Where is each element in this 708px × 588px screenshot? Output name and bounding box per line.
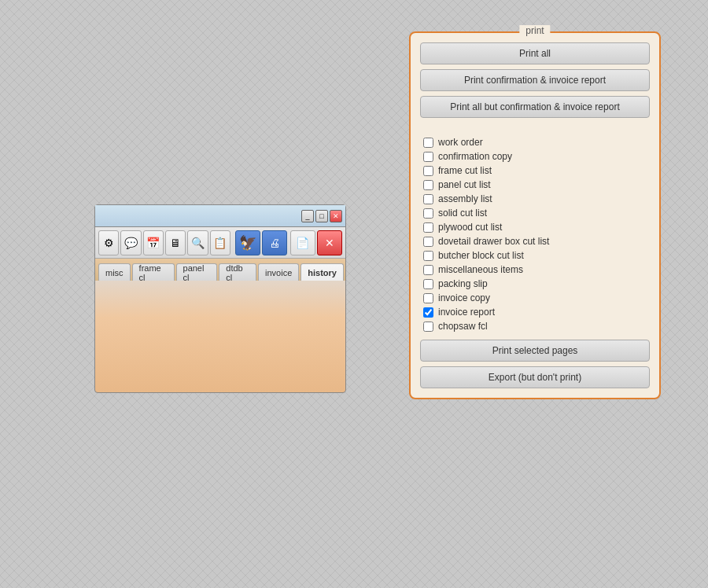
panel-footer: Print selected pages Export (but don't p… [420,340,650,388]
print-confirmation-button[interactable]: Print confirmation & invoice report [420,69,650,91]
label-plywood_cut_list: plywood cut list [438,222,502,233]
checkbox-dovetail_drawer[interactable] [423,237,433,247]
checkbox-item-butcher_block[interactable]: butcher block cut list [420,248,650,263]
calendar-button[interactable]: 📅 [143,230,164,255]
checkbox-panel_cut_list[interactable] [423,180,433,190]
checkbox-miscellaneous[interactable] [423,265,433,275]
minimize-button[interactable]: _ [301,210,314,222]
checkbox-item-panel_cut_list[interactable]: panel cut list [420,178,650,192]
checkbox-assembly_list[interactable] [423,194,433,204]
tab-panel-cl[interactable]: panel cl [176,263,218,281]
checkbox-item-miscellaneous[interactable]: miscellaneous items [420,263,650,277]
checkbox-item-invoice_copy[interactable]: invoice copy [420,291,650,305]
checkbox-plywood_cut_list[interactable] [423,222,433,233]
checkbox-frame_cut_list[interactable] [423,166,433,176]
label-butcher_block: butcher block cut list [438,250,524,261]
print-all-but-button[interactable]: Print all but confirmation & invoice rep… [420,96,650,118]
background-window: _ □ ✕ ⚙ 💬 📅 🖥 🔍 📋 🦅 🖨 📄 ✕ misc frame cl … [94,204,346,393]
label-miscellaneous: miscellaneous items [438,264,523,275]
label-assembly_list: assembly list [438,193,492,204]
export-button[interactable]: Export (but don't print) [420,366,650,388]
checkbox-invoice_copy[interactable] [423,293,433,303]
tab-dtdb-cl[interactable]: dtdb cl [219,263,256,281]
titlebar: _ □ ✕ [95,205,345,227]
label-frame_cut_list: frame cut list [438,165,492,176]
checkbox-item-frame_cut_list[interactable]: frame cut list [420,164,650,178]
label-work_order: work order [438,137,483,148]
checkbox-item-dovetail_drawer[interactable]: dovetail drawer box cut list [420,234,650,248]
maximize-button[interactable]: □ [315,210,328,222]
print-all-button[interactable]: Print all [420,42,650,64]
checkbox-invoice_report[interactable] [423,307,433,318]
label-chopsaw_fcl: chopsaw fcl [438,321,488,332]
label-dovetail_drawer: dovetail drawer box cut list [438,236,549,247]
label-invoice_report: invoice report [438,307,495,318]
label-packing_slip: packing slip [438,278,488,289]
delete-button[interactable]: ✕ [317,230,342,255]
checkbox-item-solid_cut_list[interactable]: solid cut list [420,206,650,220]
blue-print-button[interactable]: 🖨 [262,230,287,255]
toolbar: ⚙ 💬 📅 🖥 🔍 📋 🦅 🖨 📄 ✕ [95,227,345,259]
label-invoice_copy: invoice copy [438,292,490,303]
checkbox-item-plywood_cut_list[interactable]: plywood cut list [420,220,650,234]
label-solid_cut_list: solid cut list [438,208,487,219]
label-confirmation_copy: confirmation copy [438,151,512,162]
checkbox-item-chopsaw_fcl[interactable]: chopsaw fcl [420,319,650,333]
message-button[interactable]: 💬 [120,230,141,255]
checkbox-solid_cut_list[interactable] [423,208,433,219]
tab-history[interactable]: history [301,263,344,281]
tab-invoice[interactable]: invoice [258,263,299,281]
checkbox-confirmation_copy[interactable] [423,152,433,162]
checkbox-chopsaw_fcl[interactable] [423,322,433,332]
checkbox-list: work orderconfirmation copyframe cut lis… [420,135,650,333]
close-button[interactable]: ✕ [330,210,342,222]
doc-button[interactable]: 📄 [290,230,315,255]
panel-legend: print [519,25,550,36]
print-panel: print Print all Print confirmation & inv… [409,31,661,399]
clipboard-button[interactable]: 📋 [210,230,230,255]
settings-button[interactable]: ⚙ [98,230,119,255]
tab-misc[interactable]: misc [98,263,131,281]
checkbox-butcher_block[interactable] [423,251,433,261]
search-button[interactable]: 🔍 [187,230,208,255]
monitor-button[interactable]: 🖥 [165,230,186,255]
tabs-bar: misc frame cl panel cl dtdb cl invoice h… [95,259,345,281]
print-selected-button[interactable]: Print selected pages [420,340,650,362]
checkbox-item-confirmation_copy[interactable]: confirmation copy [420,149,650,164]
checkbox-item-packing_slip[interactable]: packing slip [420,277,650,291]
checkbox-item-work_order[interactable]: work order [420,135,650,149]
label-panel_cut_list: panel cut list [438,179,491,190]
tab-frame-cl[interactable]: frame cl [132,263,175,281]
checkbox-work_order[interactable] [423,138,433,148]
checkbox-item-invoice_report[interactable]: invoice report [420,305,650,319]
blue-icon-button[interactable]: 🦅 [235,230,260,255]
checkbox-packing_slip[interactable] [423,279,433,289]
checkbox-item-assembly_list[interactable]: assembly list [420,192,650,206]
